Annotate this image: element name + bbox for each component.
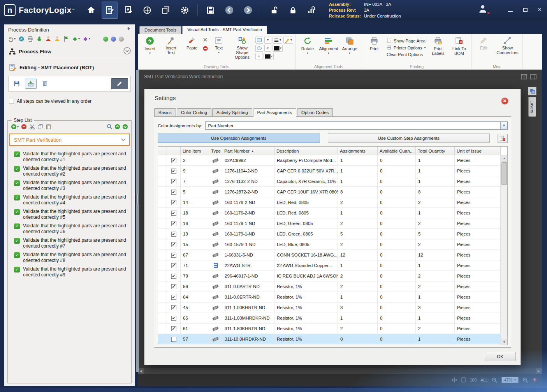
printer-options-button[interactable]: Printer Options▾ [387, 45, 426, 50]
settings-tab-option-codes[interactable]: Option Codes [297, 108, 333, 116]
scroll-up-arrow[interactable]: ▲ [501, 155, 507, 162]
selected-step-item[interactable]: SMT Part Verification [9, 134, 130, 146]
user-session-button[interactable]: × [478, 4, 488, 15]
show-shape-options-button[interactable]: Show Shape Options [230, 35, 255, 61]
table-row[interactable]: ✓15160-1579-1-NDLED, Blue, 0805202Pieces [158, 239, 501, 250]
row-checkbox[interactable]: ✓ [171, 211, 176, 216]
lock-button[interactable] [285, 2, 301, 19]
release-search-button[interactable] [303, 2, 320, 19]
move-step-up-button[interactable] [114, 124, 120, 130]
save-button[interactable] [202, 2, 219, 19]
row-checkbox[interactable]: ✓ [171, 169, 176, 174]
copy-button[interactable] [37, 124, 43, 130]
splitter-grip[interactable] [136, 194, 139, 204]
dialog-close-button[interactable]: ✕ [501, 98, 508, 104]
operator-red-button[interactable] [45, 36, 51, 42]
table-row[interactable]: ✓59311-0.0ARTR-NDResistor, 1%202Pieces [158, 281, 501, 292]
row-checkbox[interactable]: ✓ [171, 253, 176, 258]
bom-image-button[interactable] [498, 134, 508, 143]
use-custom-step-assignments-button[interactable]: Use Custom Step Assignments [328, 134, 490, 143]
process-definition-button[interactable] [102, 2, 118, 19]
properties-panel-icon[interactable] [530, 74, 536, 79]
delete-shape-button[interactable] [203, 46, 208, 52]
steps-order-option[interactable]: All steps can be viewed in any order [4, 94, 135, 105]
print-button[interactable] [27, 36, 33, 42]
table-row[interactable]: ✓64311-0.0ERTR-NDResistor, 1%101Pieces [158, 292, 501, 302]
documents-button[interactable] [120, 2, 137, 19]
row-checkbox[interactable]: ✓ [171, 179, 176, 184]
settings-tab-activity-splitting[interactable]: Activity Splitting [212, 108, 252, 116]
status-green-button[interactable] [103, 37, 108, 42]
row-checkbox[interactable]: ✓ [171, 232, 176, 237]
pin-location-icon[interactable] [532, 377, 537, 383]
zoom-all-button[interactable]: ALL [480, 378, 488, 382]
panel-splitter[interactable] [136, 70, 139, 372]
thumbnails-panel-icon[interactable] [521, 74, 527, 79]
scrollbar-thumb[interactable] [501, 162, 507, 185]
row-checkbox[interactable]: ✓ [171, 158, 176, 163]
table-row[interactable]: ✓71276-1132-2-NDCapacitor, X7R Ceramic, … [158, 176, 501, 187]
cut-button[interactable] [29, 124, 35, 130]
step-list-item[interactable]: ✓Validate that the highlighted parts are… [8, 150, 131, 164]
step-list-item[interactable]: ✓Validate that the highlighted parts are… [8, 164, 131, 179]
zoom-out-icon[interactable] [492, 377, 498, 383]
row-checkbox[interactable]: ✓ [171, 263, 176, 268]
color-assignments-select[interactable]: Part Number ▼ [205, 121, 508, 130]
ellipse-tool-button[interactable] [255, 45, 263, 52]
table-row[interactable]: ✓18160-1176-2-NDLED, Red, 0805101Pieces [158, 208, 501, 218]
add-step-button[interactable]: ▾ [11, 124, 19, 130]
use-operation-assignments-button[interactable]: Use Operation Assignments [158, 134, 320, 143]
row-checkbox[interactable]: ✓ [171, 305, 176, 310]
import-step-button[interactable] [25, 79, 37, 89]
arrange-button[interactable]: Arrange▾ [339, 35, 360, 56]
status-gray-button[interactable] [119, 37, 124, 42]
insert-text-button[interactable]: Insert Text [161, 35, 181, 56]
maximize-button[interactable] [523, 6, 528, 13]
dispatch-button[interactable] [139, 2, 155, 19]
row-checkbox[interactable]: ✓ [171, 221, 176, 226]
table-row[interactable]: ✓7122AWG-STR22 AWG Stranded Copper...101… [158, 260, 501, 271]
minimize-button[interactable] [508, 6, 513, 13]
rectangle-tool-dropdown[interactable]: ▾ [264, 37, 271, 44]
step-list-item[interactable]: ✓Validate that the highlighted parts are… [8, 236, 131, 251]
move-step-down-button[interactable] [122, 124, 128, 130]
zoom-step-button[interactable] [107, 124, 113, 130]
column-header-type[interactable]: Type [209, 147, 222, 155]
table-row[interactable]: ✓202AC9992Raspberry Pi Compute Mod...101… [158, 155, 501, 166]
explore-button[interactable] [18, 36, 25, 42]
column-header-line-item[interactable]: Line Item [181, 147, 209, 155]
records-button[interactable] [158, 2, 174, 19]
flag-button[interactable] [63, 36, 69, 42]
insert-button[interactable]: Insert▾ [140, 35, 160, 56]
table-row[interactable]: ✓91276-1104-2-NDCAP CER 0.022UF 50V X7R.… [158, 166, 501, 176]
row-checkbox[interactable]: ✓ [171, 316, 176, 321]
clear-button[interactable] [203, 37, 208, 43]
back-button[interactable] [221, 2, 237, 19]
table-row[interactable]: 57311-10.0HRDKR-NDResistor, 1%001Pieces [158, 334, 501, 345]
step-list-item[interactable]: ✓Validate that the highlighted parts are… [8, 265, 131, 279]
fit-page-icon[interactable] [461, 377, 466, 383]
table-row[interactable]: ✓79296-46917-1-NDIC REG BUCK ADJ 1A 6WSO… [158, 271, 501, 281]
order-checkbox[interactable] [9, 99, 14, 104]
fill-color-button[interactable]: ▾ [264, 53, 274, 60]
step-list-item[interactable]: ✓Validate that the highlighted parts are… [8, 222, 131, 236]
row-checkbox[interactable]: ✓ [171, 242, 176, 247]
tree-button[interactable] [36, 36, 42, 42]
table-row[interactable]: ✓671-66331-5-NDCONN SOCKET 16-18 AWG...1… [158, 250, 501, 260]
row-checkbox[interactable]: ✓ [171, 295, 176, 300]
rotate-button[interactable]: Rotate▾ [297, 35, 318, 56]
table-row[interactable]: ✓61311-1.80KHRTR-NDResistor, 1%202Pieces [158, 323, 501, 334]
ellipse-tool-dropdown[interactable]: ▾ [264, 45, 271, 52]
save-step-button[interactable] [11, 79, 23, 89]
table-row[interactable]: ✓19160-1179-1-NDLED, Green, 0805505Piece… [158, 229, 501, 239]
table-row[interactable]: ✓65311-1.00MHRDKR-NDResistor, 1%101Piece… [158, 313, 501, 323]
zoom-100-button[interactable]: 100 [470, 378, 477, 382]
remove-step-button[interactable] [21, 124, 27, 130]
show-page-area-button[interactable]: Show Page Area [387, 38, 426, 43]
tab-document-tools[interactable]: Document Tools [139, 26, 181, 34]
column-header-assignments[interactable]: Assignments [338, 147, 378, 155]
settings-button[interactable] [176, 2, 193, 19]
forward-button[interactable] [240, 2, 256, 19]
ok-button[interactable]: OK [485, 352, 515, 361]
step-list-item[interactable]: ✓Validate that the highlighted parts are… [8, 179, 131, 193]
